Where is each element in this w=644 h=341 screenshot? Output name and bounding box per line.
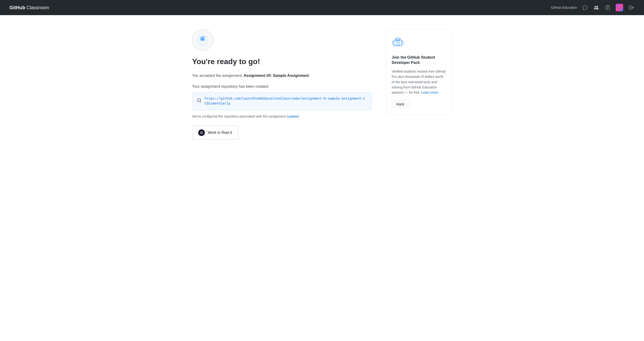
- replit-button-label: Work in Repl.it: [208, 131, 232, 135]
- logout-icon[interactable]: [628, 4, 634, 11]
- repo-link-box: https://github.com/LaunchCodeEducationCl…: [192, 92, 372, 110]
- svg-rect-5: [200, 39, 204, 41]
- help-icon[interactable]: [604, 4, 611, 11]
- svg-point-17: [398, 39, 400, 40]
- svg-rect-2: [203, 36, 204, 39]
- main-content: You're ready to go! You accepted the ass…: [0, 15, 644, 341]
- celebration-icon: [192, 29, 213, 51]
- github-classroom-logo[interactable]: GitHub Classroom: [10, 5, 49, 11]
- logo-text: GitHub Classroom: [10, 5, 49, 11]
- repo-created-label: Your assignment repository has been crea…: [192, 84, 372, 90]
- config-text: We've configured the repository associat…: [192, 114, 372, 119]
- svg-point-13: [201, 132, 202, 133]
- repo-url-link[interactable]: https://github.com/LaunchCodeEducationCl…: [204, 96, 367, 106]
- update-link[interactable]: update: [288, 114, 298, 118]
- dev-pack-icon: [392, 36, 446, 51]
- dev-pack-desc: Verified students receive free GitHub Pr…: [392, 69, 446, 95]
- people-icon[interactable]: [593, 4, 600, 11]
- right-column: Join the GitHub Student Developer Pack V…: [386, 29, 452, 115]
- dev-pack-title: Join the GitHub Student Developer Pack: [392, 55, 446, 66]
- header: GitHub Classroom GitHub Education: [0, 0, 644, 15]
- svg-point-16: [396, 39, 397, 40]
- replit-button[interactable]: Work in Repl.it: [192, 126, 238, 140]
- apply-button[interactable]: Apply: [392, 100, 409, 108]
- assignment-accepted-text: You accepted the assignment, Assignment …: [192, 73, 372, 79]
- chat-icon[interactable]: [582, 4, 588, 11]
- repo-icon: [197, 99, 201, 104]
- svg-rect-19: [396, 42, 400, 44]
- github-education-link[interactable]: GitHub Education: [551, 6, 577, 10]
- page-title: You're ready to go!: [192, 57, 372, 66]
- svg-point-8: [200, 39, 200, 40]
- user-avatar[interactable]: [616, 4, 623, 11]
- left-column: You're ready to go! You accepted the ass…: [192, 29, 372, 140]
- content-wrapper: You're ready to go! You accepted the ass…: [192, 29, 452, 140]
- svg-rect-1: [202, 37, 202, 39]
- learn-more-link[interactable]: Learn more: [421, 91, 438, 94]
- header-right: GitHub Education: [551, 4, 634, 11]
- dev-pack-card: Join the GitHub Student Developer Pack V…: [386, 29, 452, 115]
- svg-rect-3: [204, 37, 204, 39]
- replit-icon: [198, 129, 205, 136]
- header-left: GitHub Classroom: [10, 5, 49, 11]
